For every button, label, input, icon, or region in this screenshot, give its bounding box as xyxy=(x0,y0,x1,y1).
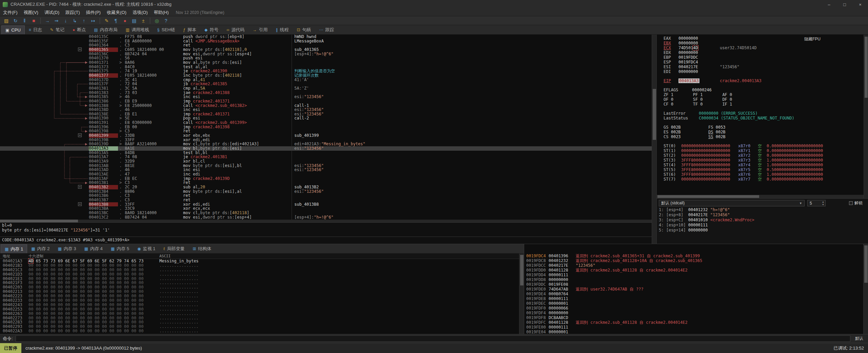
hex-dump-rows[interactable]: 004021A34D 65 73 73 69 6E 67 5F 69 6E 5F… xyxy=(0,259,524,334)
stack-row[interactable]: 0019FDF000000066 xyxy=(524,306,868,311)
hex-row[interactable]: 004022A300 00 00 00 00 00 00 00 00 00 00… xyxy=(0,329,524,333)
disasm-row[interactable]: 00401381.3C 5Acmp al,5A5A:'Z' xyxy=(0,86,652,91)
fpu-register-row[interactable]: ST(4)3FFF8000000000000000x87r4空1.0000000… xyxy=(657,163,868,167)
scrollbar-thumb[interactable] xyxy=(520,255,524,285)
stack-row[interactable]: 0019FDE074D647AB返回到 user32.74D647AB 自 ??… xyxy=(524,287,868,292)
hex-row[interactable]: 0040223300 00 00 00 00 00 00 00 00 00 00… xyxy=(0,298,524,303)
register-row[interactable]: EDX00000000 xyxy=(657,50,868,55)
disasm-row[interactable]: 0040135C.FF75 08push dword ptr ss:[ebp+8… xyxy=(0,35,652,39)
maximize-button[interactable]: □ xyxy=(837,0,852,9)
hex-row[interactable]: 0040226300 00 00 00 00 00 00 00 00 00 00… xyxy=(0,312,524,316)
register-row[interactable]: ECX74D5014Duser32.74D5014D xyxy=(657,45,868,50)
step-into-icon[interactable]: ↓ xyxy=(61,17,70,24)
tab-notes[interactable]: ✎笔记 xyxy=(46,25,68,34)
step-out-icon[interactable]: ↑ xyxy=(80,17,88,24)
fold-toggle[interactable]: − xyxy=(78,48,82,51)
menu-item-1[interactable]: 视图(V) xyxy=(21,10,41,16)
menu-item-0[interactable]: 文件(F) xyxy=(0,10,21,16)
bottom-tab-dump5[interactable]: ▦内存 5 xyxy=(107,244,133,253)
disasm-vscrollbar[interactable] xyxy=(652,35,657,244)
stack-row[interactable]: 0019FDF400000000 xyxy=(524,311,868,315)
bottom-tab-locals[interactable]: ℓ局部变量 xyxy=(159,244,189,253)
hex-row[interactable]: 004021B300 00 00 00 00 00 00 00 00 00 00… xyxy=(0,263,524,268)
scrollbar-thumb[interactable] xyxy=(653,89,656,140)
stack-row[interactable]: 0019FDFC00401128返回到 crackme2.sub_401128 … xyxy=(524,320,868,325)
stack-row[interactable]: 0019FE0000000111 xyxy=(524,325,868,330)
disasm-row[interactable]: 00401385>46inc esiesi:"123456" xyxy=(0,95,652,99)
stack-row[interactable]: 0019FDF8DCBAABCD xyxy=(524,315,868,320)
tab-script[interactable]: ƒ脚本 xyxy=(179,25,200,34)
flags-row[interactable]: CF 0 TF 0 IF 1 xyxy=(657,102,868,107)
disasm-row[interactable]: 004013C2.8B7424 04mov esi,dword ptr ss:[… xyxy=(0,215,652,220)
menu-item-4[interactable]: 插件(P) xyxy=(83,10,104,16)
menu-item-2[interactable]: 调试(D) xyxy=(41,10,62,16)
registers-panel[interactable]: 隐藏FPU EAX00000000EBX00000000ECX74D5014Du… xyxy=(657,35,868,195)
stack-row[interactable]: 0019FDC400401396返回到 crackme2.sub_401365+… xyxy=(524,254,868,258)
tab-memorymap[interactable]: ▤内存布局 xyxy=(90,25,121,34)
step-over-icon[interactable]: ↳ xyxy=(71,17,79,24)
disasm-row[interactable]: 00401377.FE05 18214000inc byte ptr ds:[4… xyxy=(0,73,652,78)
disassembly-view[interactable]: EIP 0040135C.FF75 08push dword ptr ss:[e… xyxy=(0,35,652,222)
disasm-row[interactable]: 004013AE.47inc edi xyxy=(0,172,652,176)
stack-view[interactable]: 0019FDC400401396返回到 crackme2.sub_401365+… xyxy=(524,244,868,334)
disasm-row[interactable]: 00401371>8A06mov al,byte ptr ds:[esi] xyxy=(0,60,652,65)
stack-row[interactable]: 0019FDDC0019FE08 xyxy=(524,282,868,287)
tab-source[interactable]: ‹›源代码 xyxy=(222,25,249,34)
segment-row[interactable]: ES 002BDS 002B xyxy=(657,130,868,134)
run-conditional-icon[interactable]: ⇒ xyxy=(52,17,61,24)
stack-row[interactable]: 0019FDE4000B0764 xyxy=(524,292,868,296)
calculator-icon[interactable]: ± xyxy=(139,17,147,24)
stack-row[interactable]: 0019FDEC00000001 xyxy=(524,301,868,306)
open-file-icon[interactable]: ▨ xyxy=(2,17,11,24)
help-icon[interactable]: ? xyxy=(162,17,170,24)
pause-icon[interactable]: ‖ xyxy=(20,17,29,24)
bottom-tab-dump4[interactable]: ▦内存 4 xyxy=(80,244,107,253)
stack-row[interactable]: 0019FDD400000111 xyxy=(524,273,868,277)
stack-arg-row[interactable]: 3: [esp+C] 00401010 <crackme2.WndProc> xyxy=(657,218,868,223)
disasm-hscrollbar[interactable] xyxy=(0,220,652,222)
flags-row[interactable]: OF 0 SF 0 DF 0 xyxy=(657,97,868,102)
run-icon[interactable]: → xyxy=(43,17,52,24)
register-row-eip[interactable]: EIP004013A3crackme2.004013A3 xyxy=(657,78,868,83)
stack-row[interactable]: 0019FDC800401232返回到 crackme2.sub_401128+… xyxy=(524,258,868,263)
tab-log[interactable]: ≡日志 xyxy=(25,25,46,34)
disasm-row[interactable]: 004013B7.C3ret xyxy=(0,198,652,202)
disasm-row[interactable]: 00401375.74 19je crackme2.401390判断输入的值是否… xyxy=(0,69,652,73)
register-row[interactable]: EAX00000000 xyxy=(657,36,868,41)
stack-row[interactable]: 0019FE0400000001 xyxy=(524,330,868,334)
tab-callstack[interactable]: ▥调用堆栈 xyxy=(121,25,153,34)
stack-arg-row[interactable]: 2: [esp+8] 0040217E "123456" xyxy=(657,212,868,218)
register-row[interactable]: EDI00000000 xyxy=(657,69,868,74)
breakpoint-icon[interactable]: ● xyxy=(121,17,129,24)
flags-row[interactable]: ZF 1 PF 1 AF 0 xyxy=(657,92,868,97)
tab-seh[interactable]: §SEH链 xyxy=(153,25,179,34)
restart-icon[interactable]: ↻ xyxy=(11,17,20,24)
hex-row[interactable]: 0040225300 00 00 00 00 00 00 00 00 00 00… xyxy=(0,307,524,312)
register-row[interactable]: EBX00000000 xyxy=(657,41,868,45)
register-row[interactable]: ESI0040217E"123456" xyxy=(657,64,868,69)
disasm-row[interactable]: 0040137F.72 04jb crackme2.401385 xyxy=(0,82,652,86)
args-count-stepper[interactable]: 5 ▲▼ xyxy=(807,200,826,206)
stack-arg-row[interactable]: 1: [esp+4] 00401232 "h=!@^6" xyxy=(657,207,868,212)
fpu-register-row[interactable]: ST(1)00000000000000000000x87r1空0.0000000… xyxy=(657,148,868,153)
scrollbar-thumb[interactable] xyxy=(865,37,868,98)
bottom-tab-dump3[interactable]: ▦内存 3 xyxy=(54,244,80,253)
comment-icon[interactable]: ¶ xyxy=(112,17,120,24)
bottom-tab-struct[interactable]: ⊞结构体 xyxy=(189,244,215,253)
disasm-row[interactable]: −00401399.33DBxor ebx,ebxsub_401399 xyxy=(0,133,652,138)
hex-row[interactable]: 004021A34D 65 73 73 69 6E 67 5F 69 6E 5F… xyxy=(0,259,524,263)
hexdump-vscrollbar[interactable] xyxy=(519,254,524,334)
registers-vscrollbar[interactable] xyxy=(864,35,868,198)
tab-breakpoints[interactable]: ●断点 xyxy=(68,25,90,34)
stack-arg-row[interactable]: 5: [esp+14] 00000000 xyxy=(657,228,868,233)
fpu-register-row[interactable]: ST(5)3FFE8000000000000000x87r5空0.5000000… xyxy=(657,167,868,172)
disasm-row[interactable]: 00401386.EB E9jmp crackme2.401371 xyxy=(0,99,652,104)
disasm-row[interactable]: 004013A9.32D9xor bl,cl xyxy=(0,159,652,164)
disasm-row[interactable]: 004013BA.33C9xor ecx,ecx xyxy=(0,206,652,211)
stack-vscrollbar[interactable] xyxy=(863,244,868,334)
bottom-tab-dump2[interactable]: ▦内存 2 xyxy=(27,244,54,253)
registers-hscrollbar[interactable] xyxy=(657,195,868,198)
fpu-register-row[interactable]: ST(2)00000000000000000000x87r2空0.0000000… xyxy=(657,153,868,158)
disasm-row[interactable]: 00401391.E8 03000000call <crackme2.sub_4… xyxy=(0,120,652,125)
hex-row[interactable]: 004021D300 00 00 00 00 00 00 00 00 00 00… xyxy=(0,272,524,277)
